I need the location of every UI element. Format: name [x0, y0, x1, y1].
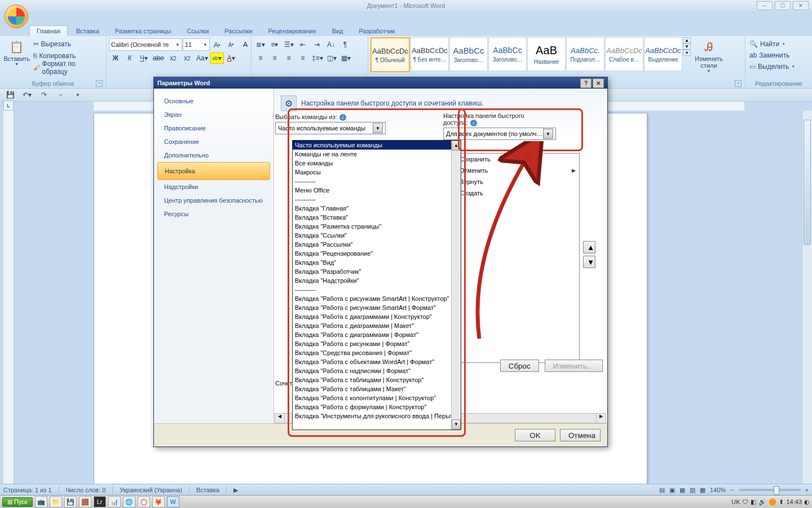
- paste-button[interactable]: 📋 Вставить ▼: [2, 37, 32, 66]
- tab-home[interactable]: Главная: [29, 25, 68, 36]
- options-category-item[interactable]: Ресурсы: [154, 207, 273, 221]
- dialog-cancel-button[interactable]: Отмена: [560, 429, 601, 441]
- qat-list-item[interactable]: 💾Сохранить: [444, 154, 579, 165]
- underline-button[interactable]: Ч▾: [137, 52, 151, 64]
- taskbar-app-icon[interactable]: 📊: [108, 496, 121, 507]
- dropdown-option[interactable]: ----------: [293, 177, 461, 186]
- taskbar-app-icon[interactable]: Lr: [94, 496, 106, 507]
- dropdown-option[interactable]: Вкладка "Работа с рисунками SmartArt | Ф…: [293, 303, 461, 312]
- options-category-item[interactable]: Настройка: [157, 162, 270, 180]
- tab-references[interactable]: Ссылки: [180, 25, 217, 36]
- font-color-button[interactable]: A▾: [224, 52, 238, 64]
- style-gallery-item[interactable]: AaBbCcDc¶ Без инте…: [411, 37, 449, 71]
- dropdown-option[interactable]: Все команды: [293, 159, 461, 168]
- dialog-help-button[interactable]: ?: [580, 78, 592, 88]
- numbering-button[interactable]: ≡▾: [268, 39, 281, 50]
- zoom-in-button[interactable]: +: [805, 487, 809, 493]
- strikethrough-button[interactable]: abe: [151, 52, 166, 64]
- align-center-button[interactable]: ≡: [268, 52, 281, 64]
- options-category-item[interactable]: Сохранение: [154, 135, 273, 148]
- styles-gallery[interactable]: AaBbCcDc¶ ОбычныйAaBbCcDc¶ Без инте…AaBb…: [370, 37, 683, 72]
- show-marks-button[interactable]: ¶: [338, 39, 352, 50]
- dropdown-option[interactable]: Вкладка "Ссылки": [293, 231, 461, 240]
- qat-redo-icon[interactable]: ↷: [37, 89, 51, 100]
- find-button[interactable]: 🔍Найти▾: [748, 38, 787, 50]
- dropdown-option[interactable]: Вкладка "Разработчик": [293, 267, 461, 276]
- clipboard-launcher[interactable]: ↘: [96, 80, 103, 87]
- dropdown-option[interactable]: Вкладка "Средства рисования | Формат": [293, 348, 461, 357]
- vertical-scrollbar[interactable]: [802, 111, 812, 484]
- tray-time[interactable]: 14:43: [786, 498, 802, 505]
- tab-insert[interactable]: Вставка: [69, 25, 107, 36]
- shrink-font-button[interactable]: A▾: [224, 39, 238, 50]
- choose-commands-combo[interactable]: Часто используемые команды▼: [275, 122, 386, 134]
- tab-mailings[interactable]: Рассылки: [217, 25, 259, 36]
- align-left-button[interactable]: ≡: [254, 52, 267, 64]
- format-painter-button[interactable]: 🖌Формат по образцу: [32, 62, 104, 73]
- dialog-close-button[interactable]: ✕: [593, 78, 604, 88]
- status-macro-icon[interactable]: ▶: [233, 487, 238, 494]
- line-spacing-button[interactable]: ‡≡▾: [310, 52, 325, 64]
- highlight-button[interactable]: ab▾: [210, 52, 224, 64]
- clear-formatting-button[interactable]: A̶: [239, 39, 252, 50]
- dropdown-option[interactable]: Часто используемые команды: [293, 141, 461, 150]
- taskbar-app-icon[interactable]: 🟫: [79, 496, 91, 507]
- dropdown-option[interactable]: Вкладка "Работа с рисунками SmartArt | К…: [293, 294, 461, 303]
- change-case-button[interactable]: Aa▾: [195, 52, 210, 64]
- info-icon[interactable]: i: [470, 120, 477, 126]
- start-button[interactable]: ⊞Пуск: [2, 497, 33, 507]
- dropdown-option[interactable]: Вкладка "Работа с надписями | Формат": [293, 366, 461, 375]
- move-up-button[interactable]: ▲: [583, 241, 595, 253]
- font-size-combo[interactable]: 11▼: [183, 38, 210, 51]
- style-gallery-item[interactable]: AaBbCcDcСлабое в…: [605, 37, 643, 71]
- style-gallery-item[interactable]: AaBbCc.Подзагол…: [566, 37, 604, 71]
- taskbar-app-icon[interactable]: 📁: [50, 496, 62, 507]
- grow-font-button[interactable]: A▴: [210, 39, 224, 50]
- dropdown-option[interactable]: Вкладка "Работа с колонтитулами | Констр…: [293, 393, 461, 402]
- zoom-out-button[interactable]: −: [730, 487, 734, 493]
- tray-icon[interactable]: 🛡: [742, 498, 748, 505]
- view-print-layout-icon[interactable]: ▤: [659, 487, 665, 494]
- choose-commands-dropdown-list[interactable]: Часто используемые командыКоманды не на …: [292, 140, 461, 430]
- dropdown-option[interactable]: Меню Office: [293, 186, 461, 195]
- view-fullscreen-icon[interactable]: ▣: [669, 487, 675, 494]
- customize-scope-combo[interactable]: Для всех документов (по умолч…▼: [443, 128, 556, 140]
- tray-icon[interactable]: 🔊: [758, 498, 766, 506]
- options-category-item[interactable]: Центр управления безопасностью: [154, 194, 273, 207]
- dialog-ok-button[interactable]: OK: [515, 429, 555, 441]
- dropdown-option[interactable]: Команды не на ленте: [293, 150, 461, 159]
- dropdown-option[interactable]: Вкладка "Вид": [293, 258, 461, 267]
- change-styles-button[interactable]: Ꭿ Изменить стили ▼: [691, 37, 727, 73]
- tab-view[interactable]: Вид: [325, 25, 351, 36]
- dropdown-option[interactable]: Вкладка "Надстройки": [293, 276, 461, 285]
- gallery-more[interactable]: ▾: [683, 50, 691, 56]
- dropdown-option[interactable]: Вкладка "Работа с диаграммами | Макет": [293, 321, 461, 330]
- options-category-item[interactable]: Экран: [154, 108, 273, 121]
- zoom-level[interactable]: 140%: [710, 487, 726, 493]
- dropdown-option[interactable]: Вкладка "Работа с рисунками | Формат": [293, 339, 461, 348]
- shading-button[interactable]: ◫▾: [325, 52, 339, 64]
- qat-list-item[interactable]: ↷Вернуть: [444, 176, 579, 187]
- view-draft-icon[interactable]: ▩: [700, 487, 705, 494]
- taskbar-app-icon[interactable]: ◯: [138, 496, 150, 507]
- dropdown-option[interactable]: Вкладка "Рассылки": [293, 240, 461, 249]
- align-right-button[interactable]: ≡: [282, 52, 295, 64]
- style-gallery-item[interactable]: AaBbCcDc¶ Обычный: [370, 37, 410, 72]
- cut-button[interactable]: ✂Вырезать: [32, 38, 104, 50]
- sort-button[interactable]: A↓: [324, 39, 338, 50]
- qat-undo-icon[interactable]: ↶▾: [20, 89, 34, 100]
- dropdown-option[interactable]: Вкладка "Работа с диаграммами | Формат": [293, 330, 461, 339]
- info-icon[interactable]: i: [339, 114, 346, 121]
- move-down-button[interactable]: ▼: [583, 256, 595, 268]
- status-page[interactable]: Страница: 1 из 1: [3, 487, 52, 493]
- qat-list-item[interactable]: ▫Создать: [444, 187, 579, 199]
- dropdown-option[interactable]: Вкладка "Инструменты для рукописного вво…: [293, 411, 461, 421]
- select-button[interactable]: ▭Выделить▾: [748, 61, 796, 72]
- qat-save-icon[interactable]: 💾: [3, 89, 17, 100]
- taskbar-app-icon[interactable]: 💾: [64, 496, 77, 507]
- options-category-item[interactable]: Надстройки: [154, 180, 273, 194]
- taskbar-app-icon[interactable]: 🦊: [152, 496, 165, 507]
- dropdown-option[interactable]: Вкладка "Главная": [293, 204, 461, 213]
- bold-button[interactable]: Ж: [109, 52, 122, 64]
- view-outline-icon[interactable]: ▨: [690, 487, 695, 494]
